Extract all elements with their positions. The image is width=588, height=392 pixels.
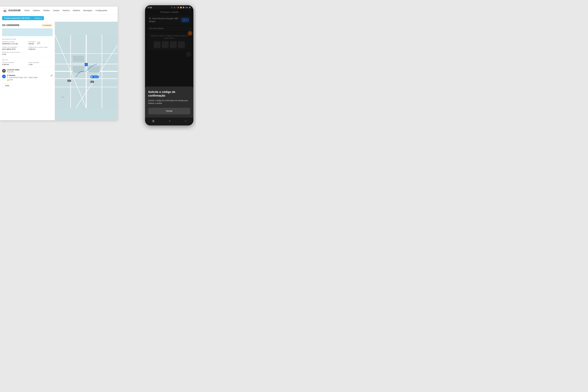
stop-coleta-address: Rua Três [7, 71, 53, 73]
credits-wallet[interactable]: Carteira ▾ [34, 17, 42, 19]
nav-mensagem[interactable]: Mensagem [83, 9, 92, 12]
status-icons: 📍 🚗 ● 🔇 📶 📡 79% 🔋 [171, 7, 191, 8]
svg-text:364: 364 [91, 81, 93, 82]
status-time: 17:22 [148, 6, 152, 8]
momento-label: Momento do aceite [2, 41, 26, 42]
order-status-badge: A caminho [42, 24, 53, 27]
nav-configuracoes[interactable]: Configurações [96, 9, 107, 12]
svg-point-17 [91, 76, 92, 78]
web-app: 🏍️ GAUDIUM Painel Cadastro Pedidos Carte… [0, 6, 118, 120]
svg-text:Hamad: Hamad [94, 76, 98, 78]
mute-icon: 🔇 [178, 7, 179, 8]
tempo-est-field: Tempo estimado 1 min [28, 62, 53, 66]
logo-icon: 🏍️ [2, 8, 7, 13]
entregador-label: Entregador [28, 41, 36, 42]
percurso-value: 0.440 km [2, 64, 26, 66]
stop-destino: 1 1º Destino 🔗 R. José Pereira Gurgel, 1… [2, 74, 53, 81]
phone-bottom-nav: ||| ○ ‹ [145, 118, 194, 126]
momento-field: Momento do aceite 18/06/2024 17:22:38 [2, 41, 26, 45]
order-number: OS #200005059 [2, 24, 19, 27]
svg-rect-13 [73, 56, 84, 62]
percurso-field: Percurso estimado 0.440 km [2, 62, 26, 66]
tempo-value: 2 min [2, 53, 53, 55]
acceptance-row-1: Momento do aceite 18/06/2024 17:22:38 En… [2, 41, 53, 45]
tempo-field: Tempo até o local de coleta 2 min [2, 52, 53, 55]
order-map-preview [2, 28, 53, 36]
credits-wallet-label: Carteira [34, 17, 40, 19]
acceptance-row-3: Tempo até o local de coleta 2 min [2, 52, 53, 55]
nav-historico[interactable]: Histórico [62, 9, 70, 12]
stop-coleta-title: Local de coleta [7, 69, 53, 71]
percurso-label: Percurso estimado [2, 62, 26, 63]
stop-coleta: 📦 Local de coleta Rua Três [2, 69, 53, 73]
tempo-est-value: 1 min [28, 64, 53, 66]
route-section-label: Percurso [2, 59, 53, 61]
acceptance-info: Informações do aceite Momento do aceite … [2, 38, 53, 55]
stop-coleta-icon: 📦 [2, 69, 6, 73]
nav-cadastro[interactable]: Cadastro [33, 9, 40, 12]
credits-bar[interactable]: Créditos disponíveis: R$ 479,00 Carteira… [2, 16, 44, 20]
tempo-est-label: Tempo estimado [28, 62, 53, 63]
telefone-label: Telefone do entregador [2, 46, 26, 48]
modal-close-button[interactable]: Fechar [148, 108, 190, 114]
status-bar: 17:22 📍 🚗 ● 🔇 📶 📡 79% 🔋 [145, 5, 194, 9]
tempo-label: Tempo até o local de coleta [2, 52, 53, 53]
nav-carteira[interactable]: Carteira [53, 9, 60, 12]
svg-text:≡: ≡ [86, 64, 87, 66]
stop-destino-address: R. José Pereira Gurgel, 1017 - Bujari, B… [7, 76, 53, 78]
telefone-value: (021) 98815-9722 [2, 48, 26, 50]
distancia-value: 0.628 km [28, 48, 53, 50]
entregador-value: Hamad [28, 43, 36, 45]
nav-home[interactable]: ○ [166, 119, 173, 123]
stop-destino-icon: 1 [2, 74, 6, 78]
svg-text:Bujari: Bujari [61, 96, 64, 98]
web-logo: 🏍️ GAUDIUM [2, 8, 20, 13]
svg-text:364: 364 [68, 80, 70, 82]
nav-painel[interactable]: Painel [24, 9, 30, 12]
entregador-field: Entregador Hamad 💬 [28, 41, 53, 45]
nav-relatorio[interactable]: Relatório [73, 9, 80, 12]
modal-card: Solicite o código de confirmação Solicit… [145, 86, 194, 118]
map-svg: ≡ Hamad R. Santa Luzia R. A... Bujari 36… [55, 22, 118, 120]
nav-pedidos[interactable]: Pedidos [43, 9, 50, 12]
stop-destino-content: 1º Destino 🔗 R. José Pereira Gurgel, 101… [7, 74, 53, 81]
credits-label: Créditos disponíveis: R$ 479,00 [4, 17, 30, 19]
dot-icon: ● [176, 7, 177, 8]
back-button[interactable]: Voltar [2, 83, 12, 88]
logo-text: GAUDIUM [8, 9, 20, 12]
smartphone: 17:22 📍 🚗 ● 🔇 📶 📡 79% 🔋 Entregue o pedid… [145, 5, 194, 126]
location-icon: 📍 [171, 7, 172, 8]
wifi-icon: 📶 [180, 7, 182, 8]
momento-value: 18/06/2024 17:22:38 [2, 43, 26, 45]
car-icon: 🚗 [174, 7, 175, 8]
link-icon[interactable]: 🔗 [50, 74, 53, 76]
distancia-field: Distância até o local de coleta 0.628 km [28, 46, 53, 50]
map-area: ≡ Hamad R. Santa Luzia R. A... Bujari 36… [55, 22, 118, 120]
order-panel: OS #200005059 A caminho Informações do a… [0, 22, 55, 120]
modal-body: Solicite o código de confirmação de entr… [148, 99, 190, 105]
stop-coleta-content: Local de coleta Rua Três [7, 69, 53, 73]
phone-screen: Entregue o pedido ⋮ R. José Pereira Gurg… [145, 9, 194, 118]
battery-text: 79% [185, 7, 188, 8]
modal-title: Solicite o código de confirmação [148, 90, 190, 98]
chat-button[interactable]: 💬 [36, 41, 41, 45]
svg-rect-12 [88, 66, 100, 72]
modal-overlay: Solicite o código de confirmação Solicit… [145, 9, 194, 118]
nav-back[interactable]: ‹ [182, 119, 188, 123]
distancia-label: Distância até o local de coleta [28, 46, 53, 48]
battery-icon: 🔋 [189, 7, 191, 8]
signal-icon: 📡 [183, 7, 184, 8]
main-nav: Painel Cadastro Pedidos Carteira Históri… [24, 9, 107, 12]
stop-destino-code: 🔒5747 [7, 79, 53, 81]
nav-recent-apps[interactable]: ||| [150, 119, 157, 123]
credits-chevron-icon: ▾ [41, 17, 42, 19]
acceptance-row-2: Telefone do entregador (021) 98815-9722 … [2, 46, 53, 50]
stop-destino-title: 1º Destino [7, 74, 15, 76]
route-section: Percurso Percurso estimado 0.440 km Temp… [2, 59, 53, 66]
route-row: Percurso estimado 0.440 km Tempo estimad… [2, 62, 53, 66]
acceptance-section-label: Informações do aceite [2, 38, 53, 40]
telefone-field: Telefone do entregador (021) 98815-9722 [2, 46, 26, 50]
svg-text:R. A...: R. A... [103, 62, 106, 63]
stops-list: 📦 Local de coleta Rua Três 1 1º Destino … [2, 69, 53, 81]
order-header: OS #200005059 A caminho [2, 24, 53, 27]
